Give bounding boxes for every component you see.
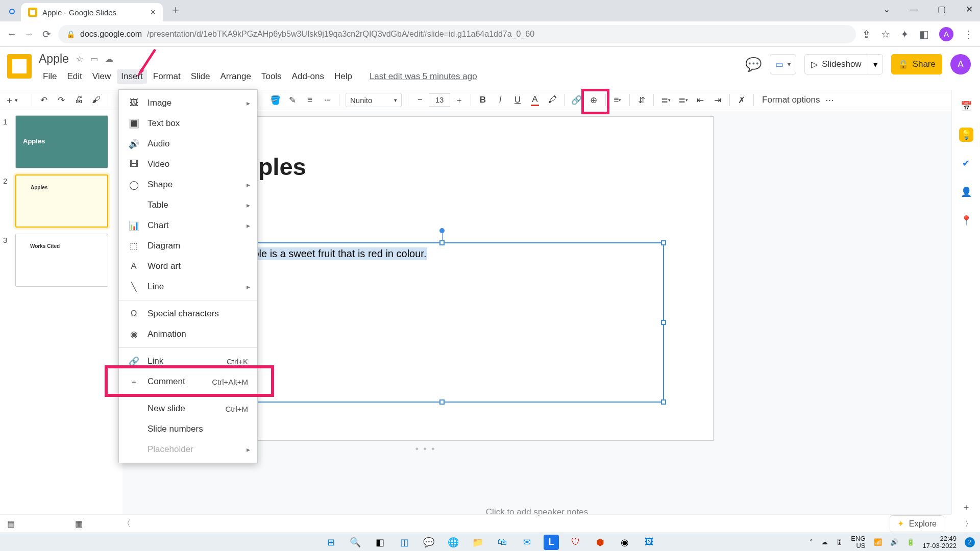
redo-button[interactable]: ↷ — [54, 92, 69, 108]
paint-format-button[interactable]: 🖌 — [88, 92, 104, 108]
move-icon[interactable]: ▭ — [90, 54, 98, 64]
show-sidepanel-icon[interactable]: 〉 — [965, 519, 973, 530]
edge-icon[interactable]: 🌐 — [446, 535, 461, 550]
line-spacing-button[interactable]: ⇵ — [634, 92, 649, 108]
wifi-icon[interactable]: 📶 — [874, 538, 882, 546]
slide-filmstrip[interactable]: 1 Apples 2 Apples 3 Works Cited — [0, 111, 122, 514]
battery-icon[interactable]: 🔋 — [906, 538, 915, 546]
nav-forward-icon[interactable]: → — [23, 28, 35, 40]
menu-addons[interactable]: Add-ons — [288, 69, 328, 84]
widgets-icon[interactable]: ◫ — [397, 535, 412, 550]
volume-icon[interactable]: 🔊 — [890, 538, 898, 546]
insert-table[interactable]: Table▸ — [119, 195, 257, 215]
resize-handle[interactable] — [661, 399, 666, 405]
indent-increase-button[interactable]: ⇥ — [710, 92, 725, 108]
print-button[interactable]: 🖨 — [71, 92, 86, 108]
bookmark-star-icon[interactable]: ☆ — [881, 28, 890, 40]
highlight-button[interactable]: 🖍 — [545, 92, 560, 108]
photos-icon[interactable]: 🖼 — [642, 535, 657, 550]
insert-shape[interactable]: ◯Shape▸ — [119, 174, 257, 195]
border-weight-button[interactable]: ≡ — [302, 92, 317, 108]
menu-view[interactable]: View — [88, 69, 115, 84]
omnibox[interactable]: 🔒 docs.google.com/presentation/d/1ebTKA9… — [58, 25, 856, 43]
clear-formatting-button[interactable]: ✗ — [734, 92, 749, 108]
slideshow-dropdown[interactable]: ▾ — [868, 54, 883, 74]
extensions-icon[interactable]: ✦ — [900, 28, 909, 40]
mail-icon[interactable]: ✉ — [519, 535, 534, 550]
collapse-filmstrip-icon[interactable]: 〈 — [122, 518, 131, 529]
new-slide-button[interactable]: ＋▾ — [5, 92, 28, 108]
nav-back-icon[interactable]: ← — [6, 28, 17, 40]
insert-image[interactable]: 🖼Image▸ — [119, 93, 257, 113]
present-button[interactable]: ▭▾ — [770, 54, 796, 74]
window-maximize-icon[interactable]: ▢ — [935, 4, 948, 15]
insert-textbox[interactable]: 🔳Text box — [119, 113, 257, 134]
menu-file[interactable]: File — [39, 69, 61, 84]
notifications-icon[interactable]: 2 — [965, 537, 975, 547]
speaker-notes-grip-icon[interactable]: ● ● ● — [415, 445, 436, 452]
insert-comment[interactable]: ＋CommentCtrl+Alt+M — [119, 371, 257, 392]
font-size-increase[interactable]: ＋ — [451, 92, 467, 108]
rotate-handle[interactable] — [439, 228, 445, 233]
slide-thumbnail-3[interactable]: Works Cited — [15, 234, 108, 287]
window-minimize-icon[interactable]: ― — [908, 4, 921, 15]
insert-wordart[interactable]: AWord art — [119, 256, 257, 277]
resize-handle[interactable] — [439, 240, 445, 245]
clock[interactable]: 22:4917-03-2022 — [923, 535, 957, 549]
insert-link-button[interactable]: 🔗 — [569, 92, 584, 108]
sidepanel-icon[interactable]: ◧ — [919, 28, 929, 40]
insert-line[interactable]: ╲Line▸ — [119, 277, 257, 297]
language-indicator[interactable]: ENGUS — [851, 535, 865, 549]
border-dash-button[interactable]: ┄ — [320, 92, 335, 108]
underline-button[interactable]: U — [510, 92, 525, 108]
account-avatar[interactable]: A — [950, 54, 971, 74]
taskview-icon[interactable]: ◧ — [372, 535, 387, 550]
menu-tools[interactable]: Tools — [257, 69, 286, 84]
star-icon[interactable]: ☆ — [76, 54, 83, 64]
slideshow-button[interactable]: ▷Slideshow — [804, 54, 868, 74]
resize-handle[interactable] — [439, 399, 445, 405]
tray-chevron-icon[interactable]: ˄ — [810, 538, 813, 546]
menu-arrange[interactable]: Arrange — [216, 69, 255, 84]
store-icon[interactable]: 🛍 — [495, 535, 510, 550]
tasks-icon[interactable]: ✔ — [959, 156, 973, 170]
browser-menu-icon[interactable]: ⋮ — [964, 28, 974, 40]
insert-chart[interactable]: 📊Chart▸ — [119, 215, 257, 236]
office-icon[interactable]: ⬢ — [593, 535, 608, 550]
bulleted-list-button[interactable]: ≣▾ — [658, 92, 673, 108]
format-options-button[interactable]: Format options — [762, 95, 820, 105]
resize-handle[interactable] — [661, 320, 666, 325]
last-edit-link[interactable]: Last edit was 5 minutes ago — [365, 69, 481, 84]
insert-new-slide[interactable]: New slideCtrl+M — [119, 398, 257, 419]
menu-slide[interactable]: Slide — [187, 69, 214, 84]
explorer-icon[interactable]: 📁 — [470, 535, 485, 550]
insert-audio[interactable]: 🔊Audio — [119, 134, 257, 154]
bold-button[interactable]: B — [475, 92, 491, 108]
share-page-icon[interactable]: ⇪ — [862, 28, 871, 40]
more-button[interactable]: ⋯ — [822, 92, 837, 108]
menu-format[interactable]: Format — [149, 69, 185, 84]
undo-button[interactable]: ↶ — [36, 92, 52, 108]
grid-view-icon[interactable]: ▦ — [75, 519, 83, 529]
document-title[interactable]: Apple — [39, 52, 69, 66]
fill-color-button[interactable]: 🪣 — [267, 92, 283, 108]
profile-avatar[interactable]: A — [939, 27, 953, 41]
new-tab-button[interactable]: ＋ — [170, 2, 181, 17]
insert-comment-button[interactable]: ⊕ — [586, 92, 601, 108]
onedrive-icon[interactable]: ☁ — [821, 538, 828, 546]
font-size-input[interactable]: 13 — [429, 93, 450, 107]
indent-decrease-button[interactable]: ⇤ — [693, 92, 708, 108]
insert-diagram[interactable]: ⬚Diagram — [119, 236, 257, 256]
tabs-dropdown-icon[interactable]: ⌄ — [880, 4, 893, 15]
align-button[interactable]: ≡▾ — [610, 92, 625, 108]
calendar-icon[interactable]: 📅 — [959, 99, 973, 113]
insert-animation[interactable]: ◉Animation — [119, 324, 257, 344]
mcafee-icon[interactable]: 🛡 — [568, 535, 583, 550]
font-size-decrease[interactable]: − — [412, 92, 428, 108]
add-on-plus-icon[interactable]: ＋ — [959, 500, 973, 514]
text-color-button[interactable]: A — [527, 92, 543, 108]
menu-help[interactable]: Help — [330, 69, 356, 84]
keep-icon[interactable]: 💡 — [959, 128, 973, 142]
tray-app-icon[interactable]: 🎛 — [836, 538, 843, 546]
explore-button[interactable]: ✦Explore — [890, 515, 944, 532]
